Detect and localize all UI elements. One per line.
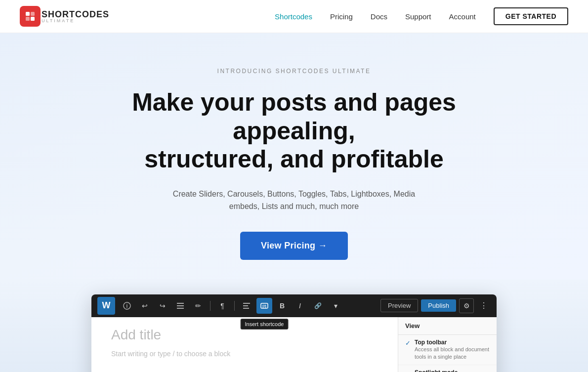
navbar-nav: Shortcodes Pricing Docs Support Account … [275, 7, 568, 25]
nav-docs[interactable]: Docs [371, 12, 387, 21]
toolbar-undo-icon[interactable]: ↩ [137, 298, 153, 314]
svg-rect-1 [31, 12, 35, 16]
insert-shortcode-tooltip: Insert shortcode [241, 319, 289, 330]
view-panel: View ✓ Top toolbar Access all block and … [398, 317, 497, 372]
svg-rect-10 [243, 305, 248, 306]
toolbar-redo-icon[interactable]: ↪ [155, 298, 170, 314]
svg-text:[/]: [/] [262, 304, 266, 308]
svg-rect-6 [177, 303, 184, 304]
hero-title-line2: structured, and profitable [144, 145, 444, 173]
insert-shortcode-button[interactable]: [/] [256, 298, 272, 314]
svg-rect-8 [177, 308, 184, 309]
toolbar-italic-icon[interactable]: I [292, 298, 308, 314]
view-check-top-toolbar: ✓ [405, 339, 411, 347]
logo: SHORTCODES ULTIMATE [20, 6, 109, 27]
svg-rect-9 [243, 303, 250, 304]
view-pricing-button[interactable]: View Pricing → [240, 232, 348, 260]
logo-svg [24, 10, 36, 22]
hero-intro: INTRODUCING SHORTCODES ULTIMATE [20, 68, 568, 75]
toolbar-separator2 [234, 301, 235, 311]
svg-rect-7 [177, 305, 184, 306]
view-check-spotlight: ✓ [405, 370, 411, 372]
view-item-text-top-toolbar: Top toolbar Access all block and documen… [415, 339, 490, 361]
toolbar-link-icon[interactable]: 🔗 [310, 298, 326, 314]
wp-toolbar: W i ↩ ↪ ✏ ¶ [/] [91, 294, 497, 317]
hero-subtitle: Create Sliders, Carousels, Buttons, Togg… [170, 188, 418, 213]
toolbar-more-inline[interactable]: ▾ [328, 298, 343, 314]
svg-rect-3 [31, 17, 35, 21]
view-panel-header: View [398, 317, 497, 335]
screenshot-area: W i ↩ ↪ ✏ ¶ [/] [0, 280, 588, 372]
preview-button[interactable]: Preview [380, 299, 418, 312]
toolbar-list-icon[interactable] [172, 298, 188, 314]
wp-content: Add title Start writing or type / to cho… [91, 317, 497, 372]
toolbar-info-icon[interactable]: i [119, 298, 135, 314]
hero-title: Make your posts and pages appealing, str… [106, 88, 482, 174]
svg-rect-0 [26, 12, 30, 16]
publish-button[interactable]: Publish [421, 299, 456, 312]
toolbar-align-icon[interactable] [239, 298, 254, 314]
logo-text: SHORTCODES ULTIMATE [42, 10, 109, 23]
hero-title-line1: Make your posts and pages appealing, [132, 88, 456, 145]
view-item-spotlight: ✓ Spotlight mode Focus on one block at a… [398, 365, 497, 372]
view-item-title-top-toolbar: Top toolbar [415, 339, 490, 346]
logo-icon [20, 6, 41, 27]
more-options-button[interactable]: ⋮ [477, 299, 491, 313]
browser-mockup: W i ↩ ↪ ✏ ¶ [/] [91, 294, 497, 372]
start-writing-placeholder[interactable]: Start writing or type / to choose a bloc… [111, 350, 378, 358]
navbar: SHORTCODES ULTIMATE Shortcodes Pricing D… [0, 0, 588, 33]
toolbar-separator [210, 301, 210, 311]
toolbar-pen-icon[interactable]: ✏ [190, 298, 206, 314]
get-started-button[interactable]: GET STARTED [494, 7, 568, 25]
nav-shortcodes[interactable]: Shortcodes [275, 12, 312, 21]
wp-logo-button[interactable]: W [97, 297, 115, 315]
toolbar-bold-icon[interactable]: B [274, 298, 290, 314]
nav-account[interactable]: Account [449, 12, 476, 21]
nav-support[interactable]: Support [405, 12, 431, 21]
toolbar-right: Preview Publish ⚙ ⋮ [380, 298, 491, 313]
hero-section: INTRODUCING SHORTCODES ULTIMATE Make you… [0, 33, 588, 280]
settings-gear-button[interactable]: ⚙ [459, 298, 474, 313]
nav-pricing[interactable]: Pricing [330, 12, 353, 21]
svg-rect-11 [243, 308, 249, 309]
view-item-title-spotlight: Spotlight mode [415, 369, 484, 372]
view-item-top-toolbar: ✓ Top toolbar Access all block and docum… [398, 335, 497, 366]
view-item-desc-top-toolbar: Access all block and document tools in a… [415, 346, 490, 361]
toolbar-paragraph-icon[interactable]: ¶ [214, 298, 230, 314]
logo-sub: ULTIMATE [42, 19, 109, 23]
svg-rect-2 [26, 17, 30, 21]
insert-shortcode-wrap: [/] Insert shortcode [256, 298, 272, 314]
svg-text:i: i [126, 303, 128, 309]
logo-main: SHORTCODES [42, 10, 109, 19]
view-item-text-spotlight: Spotlight mode Focus on one block at a t… [415, 369, 484, 372]
